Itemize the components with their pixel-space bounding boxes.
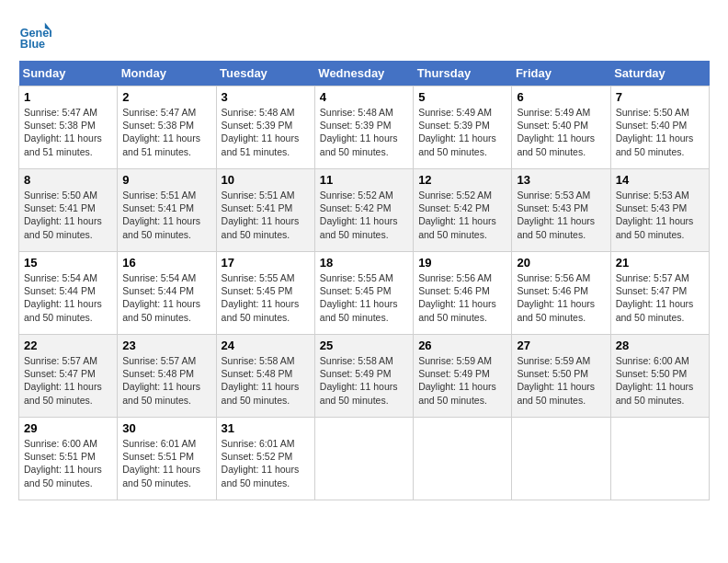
calendar-table: SundayMondayTuesdayWednesdayThursdayFrid… — [18, 61, 710, 500]
cell-text-day-18: Daylight: 11 hours — [320, 297, 408, 310]
calendar-week-3: 15Sunrise: 5:54 AMSunset: 5:44 PMDayligh… — [19, 252, 710, 335]
day-cell-25: 25Sunrise: 5:58 AMSunset: 5:49 PMDayligh… — [314, 335, 413, 418]
cell-text-day-30: and 50 minutes. — [122, 477, 210, 489]
cell-text-day-5: Sunset: 5:39 PM — [418, 119, 506, 132]
cell-text-day-25: Sunset: 5:49 PM — [320, 367, 408, 380]
day-cell-29: 29Sunrise: 6:00 AMSunset: 5:51 PMDayligh… — [19, 418, 118, 500]
cell-text-day-9: and 50 minutes. — [122, 228, 210, 241]
day-cell-17: 17Sunrise: 5:55 AMSunset: 5:45 PMDayligh… — [216, 252, 314, 335]
cell-text-day-11: Sunset: 5:42 PM — [320, 201, 408, 214]
day-cell-20: 20Sunrise: 5:56 AMSunset: 5:46 PMDayligh… — [512, 252, 610, 335]
day-number-31: 31 — [222, 421, 310, 435]
day-cell-22: 22Sunrise: 5:57 AMSunset: 5:47 PMDayligh… — [19, 335, 118, 418]
day-number-30: 30 — [122, 421, 210, 435]
day-number-5: 5 — [418, 90, 506, 104]
cell-text-day-27: Sunset: 5:50 PM — [517, 367, 605, 380]
cell-text-day-23: Daylight: 11 hours — [122, 380, 210, 393]
cell-text-day-23: Sunrise: 5:57 AM — [122, 354, 210, 367]
day-number-15: 15 — [24, 256, 112, 270]
cell-text-day-28: and 50 minutes. — [616, 394, 704, 407]
cell-text-day-11: and 50 minutes. — [320, 228, 408, 241]
cell-text-day-4: and 50 minutes. — [320, 145, 408, 158]
cell-text-day-22: Daylight: 11 hours — [24, 380, 112, 393]
cell-text-day-4: Daylight: 11 hours — [320, 132, 408, 144]
cell-text-day-13: Sunrise: 5:53 AM — [517, 189, 605, 201]
day-cell-23: 23Sunrise: 5:57 AMSunset: 5:48 PMDayligh… — [118, 335, 216, 418]
cell-text-day-31: Sunset: 5:52 PM — [222, 450, 310, 463]
calendar-week-5: 29Sunrise: 6:00 AMSunset: 5:51 PMDayligh… — [19, 418, 710, 500]
day-number-24: 24 — [222, 339, 310, 352]
cell-text-day-20: Sunset: 5:46 PM — [517, 284, 605, 297]
cell-text-day-7: Sunset: 5:40 PM — [616, 119, 704, 132]
cell-text-day-28: Sunrise: 6:00 AM — [616, 354, 704, 367]
cell-text-day-18: Sunset: 5:45 PM — [320, 284, 408, 297]
cell-text-day-31: Daylight: 11 hours — [222, 463, 310, 476]
day-number-2: 2 — [122, 90, 210, 104]
cell-text-day-18: Sunrise: 5:55 AM — [320, 271, 408, 284]
cell-text-day-14: Sunset: 5:43 PM — [616, 201, 704, 214]
cell-text-day-26: Sunrise: 5:59 AM — [418, 354, 506, 367]
day-cell-14: 14Sunrise: 5:53 AMSunset: 5:43 PMDayligh… — [610, 169, 709, 252]
day-number-28: 28 — [616, 339, 704, 352]
cell-text-day-12: Daylight: 11 hours — [418, 214, 506, 227]
day-number-26: 26 — [418, 339, 506, 352]
day-cell-9: 9Sunrise: 5:51 AMSunset: 5:41 PMDaylight… — [118, 169, 216, 252]
day-cell-8: 8Sunrise: 5:50 AMSunset: 5:41 PMDaylight… — [19, 169, 118, 252]
cell-text-day-7: and 50 minutes. — [616, 145, 704, 158]
day-cell-18: 18Sunrise: 5:55 AMSunset: 5:45 PMDayligh… — [314, 252, 413, 335]
cell-text-day-17: Sunrise: 5:55 AM — [222, 271, 310, 284]
cell-text-day-8: and 50 minutes. — [24, 228, 112, 241]
cell-text-day-1: Daylight: 11 hours — [24, 132, 112, 144]
day-number-3: 3 — [222, 90, 310, 104]
cell-text-day-15: and 50 minutes. — [24, 311, 112, 324]
cell-text-day-22: Sunset: 5:47 PM — [24, 367, 112, 380]
day-number-11: 11 — [320, 173, 408, 187]
cell-text-day-21: Sunset: 5:47 PM — [616, 284, 704, 297]
cell-text-day-19: Sunrise: 5:56 AM — [418, 271, 506, 284]
cell-text-day-13: and 50 minutes. — [517, 228, 605, 241]
cell-text-day-9: Daylight: 11 hours — [122, 214, 210, 227]
header-monday: Monday — [118, 61, 216, 86]
day-number-16: 16 — [122, 256, 210, 270]
day-number-20: 20 — [517, 256, 605, 270]
day-cell-12: 12Sunrise: 5:52 AMSunset: 5:42 PMDayligh… — [414, 169, 512, 252]
cell-text-day-3: and 51 minutes. — [222, 145, 310, 158]
cell-text-day-10: Daylight: 11 hours — [222, 214, 310, 227]
cell-text-day-1: Sunrise: 5:47 AM — [24, 106, 112, 119]
day-number-22: 22 — [24, 339, 112, 352]
cell-text-day-19: and 50 minutes. — [418, 311, 506, 324]
day-cell-27: 27Sunrise: 5:59 AMSunset: 5:50 PMDayligh… — [512, 335, 610, 418]
calendar-week-4: 22Sunrise: 5:57 AMSunset: 5:47 PMDayligh… — [19, 335, 710, 418]
cell-text-day-18: and 50 minutes. — [320, 311, 408, 324]
cell-text-day-5: Daylight: 11 hours — [418, 132, 506, 144]
cell-text-day-20: Daylight: 11 hours — [517, 297, 605, 310]
cell-text-day-31: and 50 minutes. — [222, 477, 310, 489]
cell-text-day-14: Sunrise: 5:53 AM — [616, 189, 704, 201]
empty-cell — [512, 418, 610, 500]
cell-text-day-28: Daylight: 11 hours — [616, 380, 704, 393]
cell-text-day-26: Sunset: 5:49 PM — [418, 367, 506, 380]
cell-text-day-29: Sunset: 5:51 PM — [24, 450, 112, 463]
svg-text:Blue: Blue — [20, 38, 45, 51]
cell-text-day-15: Sunrise: 5:54 AM — [24, 271, 112, 284]
calendar-header-row: SundayMondayTuesdayWednesdayThursdayFrid… — [19, 61, 710, 86]
cell-text-day-17: Daylight: 11 hours — [222, 297, 310, 310]
cell-text-day-5: Sunrise: 5:49 AM — [418, 106, 506, 119]
header-thursday: Thursday — [414, 61, 512, 86]
cell-text-day-28: Sunset: 5:50 PM — [616, 367, 704, 380]
day-number-13: 13 — [517, 173, 605, 187]
day-number-27: 27 — [517, 339, 605, 352]
cell-text-day-13: Daylight: 11 hours — [517, 214, 605, 227]
cell-text-day-2: Sunset: 5:38 PM — [122, 119, 210, 132]
day-cell-10: 10Sunrise: 5:51 AMSunset: 5:41 PMDayligh… — [216, 169, 314, 252]
cell-text-day-20: and 50 minutes. — [517, 311, 605, 324]
cell-text-day-3: Daylight: 11 hours — [222, 132, 310, 144]
cell-text-day-12: Sunset: 5:42 PM — [418, 201, 506, 214]
cell-text-day-17: and 50 minutes. — [222, 311, 310, 324]
cell-text-day-19: Sunset: 5:46 PM — [418, 284, 506, 297]
day-number-10: 10 — [222, 173, 310, 187]
empty-cell — [414, 418, 512, 500]
cell-text-day-31: Sunrise: 6:01 AM — [222, 437, 310, 450]
cell-text-day-2: and 51 minutes. — [122, 145, 210, 158]
day-cell-3: 3Sunrise: 5:48 AMSunset: 5:39 PMDaylight… — [216, 86, 314, 169]
